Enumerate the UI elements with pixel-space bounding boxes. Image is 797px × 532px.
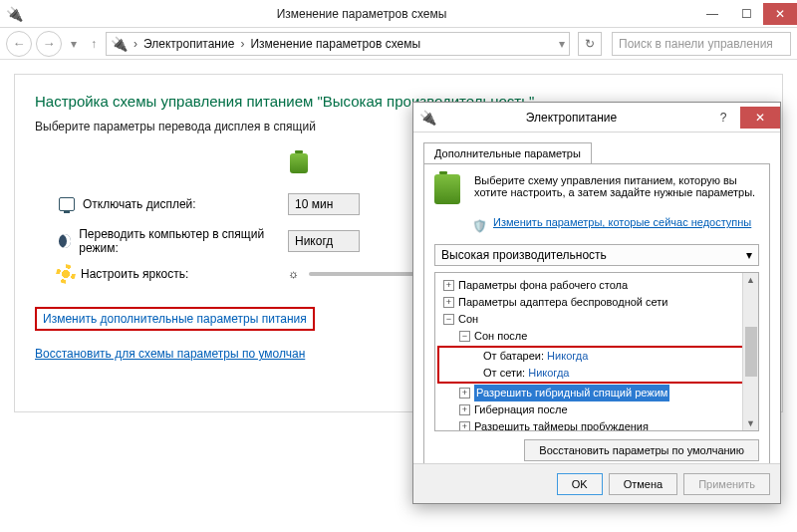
tree-node-sleep-after[interactable]: Сон после <box>474 328 527 345</box>
tree-label-plugged: От сети: <box>483 365 525 382</box>
tree-label-battery: От батареи: <box>483 348 544 365</box>
restore-defaults-button[interactable]: Восстановить параметры по умолчанию <box>524 439 759 461</box>
moon-icon <box>59 234 71 248</box>
change-unavailable-link[interactable]: Изменить параметры, которые сейчас недос… <box>493 216 751 228</box>
close-button[interactable]: ✕ <box>763 3 797 25</box>
sleep-value[interactable]: Никогд <box>288 230 360 252</box>
expand-icon[interactable]: + <box>459 404 470 415</box>
app-icon: 🔌 <box>6 6 23 22</box>
display-off-value[interactable]: 10 мин <box>288 193 360 215</box>
expand-icon[interactable]: + <box>443 297 454 308</box>
brightness-label: Настроить яркость: <box>81 267 188 281</box>
collapse-icon[interactable]: − <box>443 314 454 325</box>
breadcrumb-item-2[interactable]: Изменение параметров схемы <box>250 37 420 51</box>
tree-scrollbar[interactable]: ▲ ▼ <box>742 273 758 430</box>
advanced-settings-link[interactable]: Изменить дополнительные параметры питани… <box>35 307 315 331</box>
breadcrumb-item-1[interactable]: Электропитание <box>143 37 234 51</box>
ok-button[interactable]: OK <box>557 473 603 495</box>
display-off-label: Отключать дисплей: <box>83 197 196 211</box>
tab-advanced[interactable]: Дополнительные параметры <box>423 142 592 163</box>
breadcrumb-sep: › <box>240 37 244 51</box>
power-options-dialog: 🔌 Электропитание ? ✕ Дополнительные пара… <box>412 102 781 504</box>
minimize-button[interactable]: — <box>695 3 729 25</box>
dialog-close-button[interactable]: ✕ <box>740 107 780 129</box>
expand-icon[interactable]: + <box>459 421 470 431</box>
plan-combo-value: Высокая производительность <box>441 248 607 262</box>
search-input[interactable]: Поиск в панели управления <box>612 32 791 56</box>
brightness-low-icon: ☼ <box>288 267 299 281</box>
scroll-down-icon[interactable]: ▼ <box>746 418 755 428</box>
addr-icon: 🔌 <box>111 36 128 52</box>
tree-node-hibernate[interactable]: Гибернация после <box>474 401 568 418</box>
shield-icon: 🛡️ <box>472 219 487 233</box>
tree-node[interactable]: Параметры фона рабочего стола <box>458 277 628 294</box>
refresh-button[interactable]: ↻ <box>578 32 602 56</box>
back-button[interactable]: ← <box>6 31 32 57</box>
plan-combo[interactable]: Высокая производительность ▾ <box>434 244 759 266</box>
forward-button[interactable]: → <box>36 31 62 57</box>
up-button[interactable]: ↑ <box>86 31 102 57</box>
dialog-help-button[interactable]: ? <box>706 107 740 129</box>
maximize-button[interactable]: ☐ <box>729 3 763 25</box>
tree-value-plugged[interactable]: Никогда <box>528 365 569 382</box>
monitor-icon <box>59 197 75 211</box>
expand-icon[interactable]: + <box>443 280 454 291</box>
sun-icon <box>59 267 73 281</box>
scroll-up-icon[interactable]: ▲ <box>746 275 755 285</box>
history-dropdown[interactable]: ▾ <box>66 31 82 57</box>
tree-value-battery[interactable]: Никогда <box>547 348 588 365</box>
cancel-button[interactable]: Отмена <box>609 473 677 495</box>
tree-node-hybrid[interactable]: Разрешить гибридный спящий режим <box>474 385 669 401</box>
chevron-down-icon: ▾ <box>746 248 752 262</box>
tree-node[interactable]: Параметры адаптера беспроводной сети <box>458 294 667 311</box>
dialog-description: Выберите схему управления питанием, кото… <box>474 174 759 208</box>
battery-icon <box>434 174 464 208</box>
expand-icon[interactable]: + <box>459 388 470 399</box>
address-bar[interactable]: 🔌 › Электропитание › Изменение параметро… <box>106 32 570 56</box>
dialog-title: Электропитание <box>436 111 706 125</box>
window-title: Изменение параметров схемы <box>28 7 695 21</box>
scroll-thumb[interactable] <box>745 327 757 377</box>
tree-node-wake-timers[interactable]: Разрешить таймеры пробуждения <box>474 418 649 431</box>
apply-button[interactable]: Применить <box>683 473 770 495</box>
settings-tree[interactable]: +Параметры фона рабочего стола +Параметр… <box>434 272 759 431</box>
tree-node-sleep[interactable]: Сон <box>458 311 478 328</box>
dialog-icon: 🔌 <box>419 110 436 126</box>
restore-defaults-link[interactable]: Восстановить для схемы параметры по умол… <box>35 347 305 361</box>
sleep-label: Переводить компьютер в спящий режим: <box>79 227 278 255</box>
batt-side-icon <box>290 153 308 173</box>
addr-dropdown[interactable]: ▾ <box>559 37 565 51</box>
breadcrumb-sep: › <box>133 37 137 51</box>
collapse-icon[interactable]: − <box>459 331 470 342</box>
